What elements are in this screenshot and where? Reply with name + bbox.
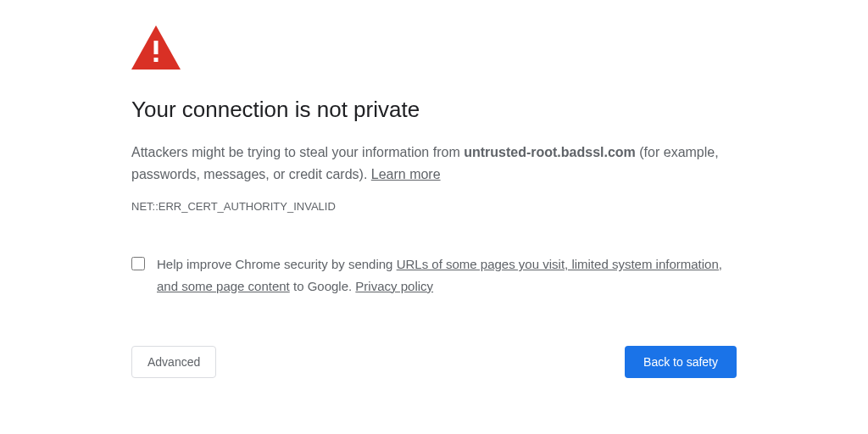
page-title: Your connection is not private [131, 97, 737, 123]
svg-rect-2 [154, 58, 159, 62]
opt-in-prefix: Help improve Chrome security by sending [157, 257, 397, 271]
advanced-button[interactable]: Advanced [131, 346, 216, 378]
warning-description: Attackers might be trying to steal your … [131, 142, 737, 185]
opt-in-mid: to Google. [290, 279, 356, 293]
opt-in-checkbox[interactable] [131, 257, 145, 270]
privacy-policy-link[interactable]: Privacy policy [355, 279, 433, 293]
svg-rect-1 [154, 41, 159, 54]
hostname: untrusted-root.badssl.com [464, 145, 636, 159]
button-row: Advanced Back to safety [131, 346, 737, 378]
back-to-safety-button[interactable]: Back to safety [625, 346, 737, 378]
opt-in-text: Help improve Chrome security by sending … [157, 253, 737, 297]
warning-triangle-icon [131, 25, 737, 73]
opt-in-row: Help improve Chrome security by sending … [131, 253, 737, 297]
error-code: NET::ERR_CERT_AUTHORITY_INVALID [131, 200, 737, 213]
learn-more-link[interactable]: Learn more [371, 167, 441, 181]
description-prefix: Attackers might be trying to steal your … [131, 145, 464, 159]
